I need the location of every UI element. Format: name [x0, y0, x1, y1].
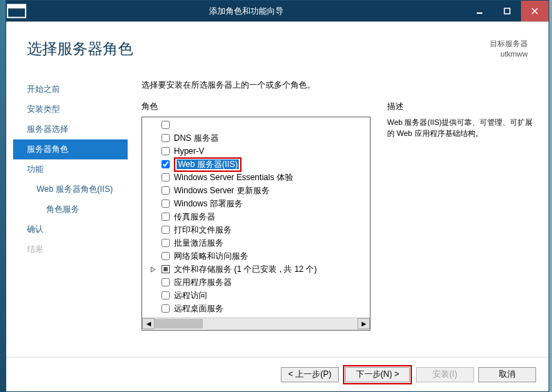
roles-column-label: 角色 — [141, 101, 371, 112]
list-item[interactable]: 远程访问 — [142, 289, 370, 302]
role-checkbox[interactable] — [161, 134, 170, 142]
role-label: Windows Server 更新服务 — [174, 185, 270, 197]
role-label: 远程访问 — [174, 290, 207, 302]
role-description: Web 服务器(IIS)提供可靠、可管理、可扩展的 Web 应用程序基础结构。 — [387, 117, 539, 139]
wizard-step[interactable]: 角色服务 — [13, 199, 128, 219]
role-checkbox[interactable] — [161, 226, 170, 234]
install-button: 安装(I) — [416, 367, 474, 382]
page-title: 选择服务器角色 — [27, 39, 133, 59]
role-checkbox[interactable] — [161, 304, 170, 313]
wizard-step[interactable]: 服务器选择 — [13, 119, 128, 139]
role-checkbox[interactable] — [161, 147, 170, 155]
wizard-step[interactable]: 开始之前 — [13, 79, 128, 99]
scroll-left-button[interactable]: ◀ — [142, 318, 155, 329]
role-checkbox[interactable] — [161, 291, 170, 300]
role-checkbox-partial[interactable] — [161, 265, 170, 273]
instruction-text: 选择要安装在所选服务器上的一个或多个角色。 — [141, 79, 539, 91]
list-item[interactable]: Windows Server 更新服务 — [142, 184, 370, 197]
maximize-button[interactable] — [493, 1, 521, 21]
wizard-footer: < 上一步(P) 下一步(N) > 安装(I) 取消 — [6, 357, 549, 391]
scroll-right-button[interactable]: ▶ — [357, 318, 370, 329]
role-checkbox[interactable] — [161, 213, 170, 221]
role-checkbox[interactable] — [161, 278, 170, 286]
cancel-button[interactable]: 取消 — [478, 367, 536, 382]
role-checkbox[interactable] — [161, 252, 170, 260]
role-label: Web 服务器(IIS) — [177, 159, 239, 169]
wizard-window: 添加角色和功能向导 选择服务器角色 目标服务器 utkmww 开始之前安装类型服… — [6, 0, 549, 392]
wizard-step[interactable]: 服务器角色 — [13, 139, 128, 159]
list-item[interactable] — [142, 119, 370, 132]
destination-value: utkmww — [490, 49, 528, 59]
destination-box: 目标服务器 utkmww — [490, 39, 528, 60]
list-item[interactable]: 打印和文件服务 — [142, 224, 370, 237]
scroll-thumb[interactable] — [155, 319, 203, 329]
role-checkbox[interactable] — [161, 173, 170, 182]
wizard-steps-sidebar: 开始之前安装类型服务器选择服务器角色功能Web 服务器角色(IIS)角色服务确认… — [13, 72, 128, 357]
role-label: DNS 服务器 — [174, 133, 219, 144]
roles-tree[interactable]: DNS 服务器Hyper-VWeb 服务器(IIS)Windows Server… — [141, 117, 371, 331]
role-checkbox[interactable] — [161, 186, 170, 195]
next-button[interactable]: 下一步(N) > — [345, 367, 410, 382]
horizontal-scrollbar[interactable]: ◀ ▶ — [142, 317, 370, 330]
role-checkbox[interactable] — [161, 160, 170, 168]
role-label: Windows 部署服务 — [174, 198, 243, 210]
wizard-step[interactable]: Web 服务器角色(IIS) — [13, 179, 128, 199]
list-item[interactable]: Hyper-V — [142, 145, 370, 158]
list-item[interactable]: Windows 部署服务 — [142, 197, 370, 210]
role-checkbox[interactable] — [161, 199, 170, 208]
app-icon — [6, 1, 27, 21]
list-item[interactable]: Windows Server Essentials 体验 — [142, 171, 370, 184]
description-column-label: 描述 — [387, 101, 539, 112]
svg-rect-1 — [8, 5, 26, 9]
role-label: 文件和存储服务 (1 个已安装 , 共 12 个) — [174, 264, 317, 275]
expand-icon[interactable] — [149, 265, 158, 274]
role-label: Hyper-V — [174, 146, 204, 157]
wizard-step[interactable]: 确认 — [13, 219, 128, 239]
close-button[interactable] — [521, 1, 549, 21]
list-item[interactable]: 网络策略和访问服务 — [142, 250, 370, 263]
role-label: 批量激活服务 — [174, 237, 224, 249]
role-label: 打印和文件服务 — [174, 224, 232, 236]
wizard-step: 结果 — [13, 239, 128, 259]
list-item[interactable]: DNS 服务器 — [142, 132, 370, 145]
role-label: 应用程序服务器 — [174, 277, 232, 288]
role-checkbox[interactable] — [161, 121, 170, 129]
window-title: 添加角色和功能向导 — [27, 6, 466, 17]
list-item[interactable]: 文件和存储服务 (1 个已安装 , 共 12 个) — [142, 263, 370, 276]
next-button-highlight: 下一步(N) > — [343, 365, 412, 384]
wizard-step[interactable]: 安装类型 — [13, 99, 128, 119]
list-item[interactable]: 远程桌面服务 — [142, 302, 370, 315]
svg-rect-3 — [504, 8, 510, 14]
role-label: 网络策略和访问服务 — [174, 251, 248, 262]
titlebar[interactable]: 添加角色和功能向导 — [6, 1, 549, 21]
list-item[interactable]: 应用程序服务器 — [142, 276, 370, 289]
list-item[interactable]: 传真服务器 — [142, 210, 370, 224]
scroll-track[interactable] — [155, 318, 357, 329]
minimize-button[interactable] — [466, 1, 493, 21]
previous-button[interactable]: < 上一步(P) — [281, 367, 339, 382]
destination-label: 目标服务器 — [490, 39, 528, 49]
role-label: 传真服务器 — [174, 211, 215, 223]
list-item[interactable]: 批量激活服务 — [142, 237, 370, 250]
list-item[interactable]: Web 服务器(IIS) — [142, 158, 370, 171]
role-highlight: Web 服务器(IIS) — [174, 157, 241, 172]
role-checkbox[interactable] — [161, 239, 170, 247]
role-label: 远程桌面服务 — [174, 303, 224, 315]
role-label: Windows Server Essentials 体验 — [174, 172, 293, 184]
wizard-step[interactable]: 功能 — [13, 159, 128, 179]
